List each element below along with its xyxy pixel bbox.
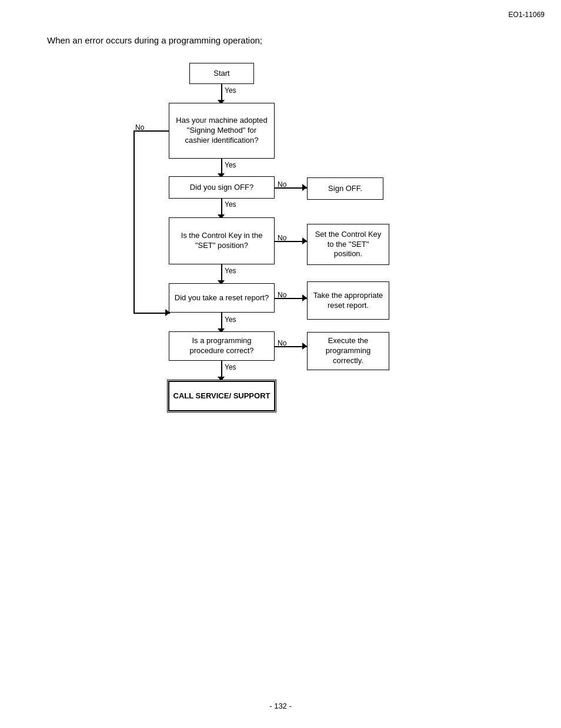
yes-label-3: Yes	[225, 200, 236, 209]
yes-label-2: Yes	[225, 161, 236, 169]
yes-label-6: Yes	[225, 363, 236, 371]
yes-label-4: Yes	[225, 267, 236, 275]
page-subtitle: When an error occurs during a programmin…	[47, 35, 561, 45]
node3-box: Is the Control Key in the "SET" position…	[169, 217, 275, 264]
execute-programming-box: Execute the programming correctly.	[307, 332, 389, 370]
node2-box: Did you sign OFF?	[169, 176, 275, 199]
no-label-4: No	[278, 291, 286, 299]
start-box: Start	[189, 63, 254, 84]
no-label-1: No	[135, 123, 144, 132]
page-number: - 132 -	[269, 702, 292, 710]
call-service-support-box: CALL SERVICE/ SUPPORT	[167, 380, 276, 412]
no-label-3: No	[278, 234, 286, 242]
flowchart: Start Yes Has your machine adopted "Sign…	[104, 63, 457, 521]
doc-number: EO1-11069	[509, 11, 545, 19]
node4-box: Did you take a reset report?	[169, 283, 275, 313]
yes-label-1: Yes	[225, 86, 236, 95]
yes-label-5: Yes	[225, 316, 236, 324]
node1-box: Has your machine adopted "Signing Method…	[169, 103, 275, 159]
node5-box: Is a programming procedure correct?	[169, 331, 275, 361]
sign-off-box: Sign OFF.	[307, 177, 383, 200]
no-label-2: No	[278, 180, 286, 189]
reset-report-box: Take the appropriate reset report.	[307, 281, 389, 320]
no-label-5: No	[278, 339, 286, 347]
set-control-key-box: Set the Control Key to the "SET" positio…	[307, 224, 389, 265]
